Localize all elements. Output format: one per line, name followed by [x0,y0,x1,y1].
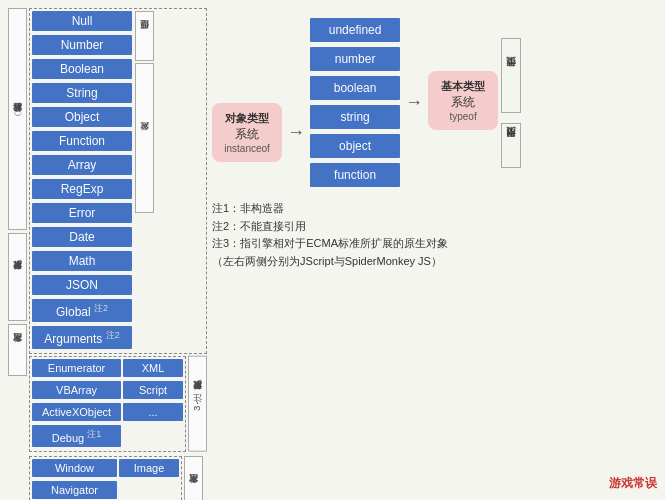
typeof-subtitle: 系统 [440,94,486,111]
box-vbarray: VBArray [32,381,121,399]
arguments-note: 注2 [106,330,120,340]
host-section: Window Navigator ... Image 宿主对象 [29,456,207,500]
right-panel: 对象类型 系统 instanceof → undefined number bo… [212,8,657,492]
type-boxes-col: undefined number boolean string object f… [310,18,400,187]
outer-vertical-labels: 解析器（标准） 引擎扩展对象 宿主对象 [8,8,27,492]
type-undefined: undefined [310,18,400,42]
main-layout: 解析器（标准） 引擎扩展对象 宿主对象 Null Number Boolean … [0,0,665,500]
box-global: Global 注2 [32,299,132,322]
main-boxes-with-label: Null Number Boolean String Object Functi… [32,11,204,351]
box-error: Error [32,203,132,223]
type-function: function [310,163,400,187]
box-xml: XML [123,359,183,377]
left-panel: 解析器（标准） 引擎扩展对象 宿主对象 Null Number Boolean … [8,8,207,492]
host-right-col: Image [119,459,179,500]
right-diagram-area: 对象类型 系统 instanceof → undefined number bo… [212,18,657,187]
note-4: （左右两侧分别为JScript与SpiderMonkey JS） [212,253,657,271]
box-activexobject: ActiveXObject [32,403,121,421]
box-enumerator: Enumerator [32,359,121,377]
box-regexp: RegExp [32,179,132,199]
box-arguments: Arguments 注2 [32,326,132,349]
box-ext-ellipsis: ... [123,403,183,421]
label-ext-note: 注3，引擎扩展对象 [188,356,207,452]
box-null: Null [32,11,132,31]
box-boolean: Boolean [32,59,132,79]
label-host: 宿主对象 [8,324,27,376]
ext-right-col: XML Script ... [123,359,183,449]
type-boolean: boolean [310,76,400,100]
instanceof-keyword: instanceof [224,143,270,154]
type-string: string [310,105,400,129]
host-left-col: Window Navigator ... [32,459,117,500]
left-content: Null Number Boolean String Object Functi… [29,8,207,492]
type-object: object [310,134,400,158]
typeof-title: 基本类型 [440,79,486,94]
inner-labels: 原型链 对象 [135,11,154,351]
notes-section: 注1：非构造器 注2：不能直接引用 注3：指引擎相对于ECMA标准所扩展的原生对… [212,200,657,270]
label-ecma: 解析器（标准） [8,8,27,230]
debug-note: 注1 [87,429,101,439]
note-1: 注1：非构造器 [212,200,657,218]
type-number: number [310,47,400,71]
typeof-keyword: typeof [440,111,486,122]
instanceof-box: 对象类型 系统 instanceof [212,103,282,162]
typeof-col: 基本类型 系统 typeof 值类型 引用类型 [428,38,521,168]
box-script: Script [123,381,183,399]
label-object: 对象 [135,63,154,213]
ref-type-label: 引用类型 [501,123,521,168]
arrow-to-typeof: → [405,92,423,113]
typeof-box: 基本类型 系统 typeof [428,71,498,130]
box-navigator: Navigator [32,481,117,499]
box-image: Image [119,459,179,477]
ext-left-col: Enumerator VBArray ActiveXObject Debug 注… [32,359,121,449]
label-prototype: 原型链 [135,11,154,61]
host-boxes-group: Window Navigator ... Image [29,456,182,500]
arrow-to-types: → [287,122,305,143]
ext-section: Enumerator VBArray ActiveXObject Debug 注… [29,356,207,452]
note-3: 注3：指引擎相对于ECMA标准所扩展的原生对象 [212,235,657,253]
note-2: 注2：不能直接引用 [212,218,657,236]
box-function: Function [32,131,132,151]
ext-boxes-group: Enumerator VBArray ActiveXObject Debug 注… [29,356,186,452]
box-json: JSON [32,275,132,295]
box-math: Math [32,251,132,271]
value-type-label: 值类型 [501,38,521,113]
box-array: Array [32,155,132,175]
type-side-labels: 值类型 引用类型 [501,38,521,168]
main-boxes-group: Null Number Boolean String Object Functi… [29,8,207,354]
box-object: Object [32,107,132,127]
label-host-note: 宿主对象 [184,456,203,500]
box-window: Window [32,459,117,477]
main-blue-boxes: Null Number Boolean String Object Functi… [32,11,132,351]
value-type-group: 基本类型 系统 typeof 值类型 引用类型 [428,38,521,168]
global-note: 注2 [94,303,108,313]
box-debug: Debug 注1 [32,425,121,447]
box-number: Number [32,35,132,55]
box-string: String [32,83,132,103]
box-date: Date [32,227,132,247]
watermark: 游戏常误 [609,475,657,492]
instanceof-title: 对象类型 [224,111,270,126]
instanceof-subtitle: 系统 [224,126,270,143]
label-ext: 引擎扩展对象 [8,233,27,321]
